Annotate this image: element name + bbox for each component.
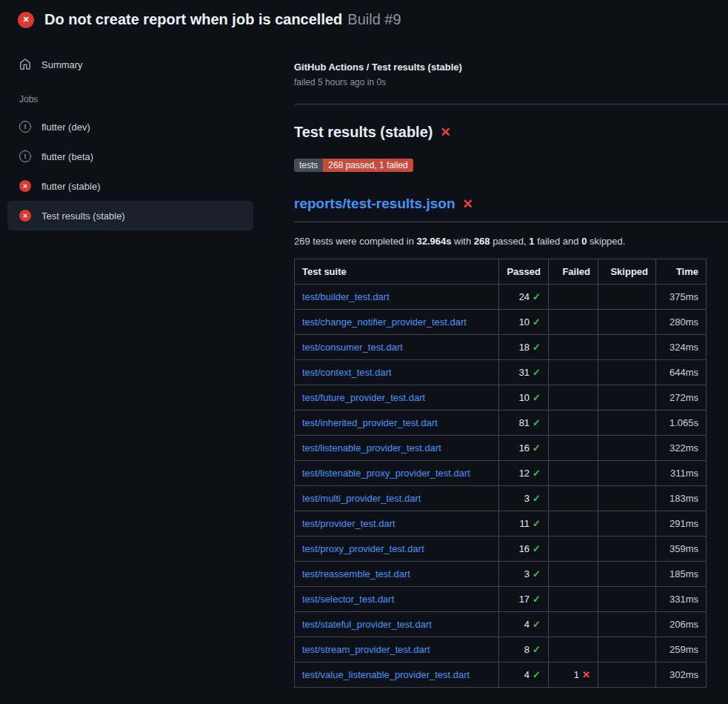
page-header: ✕ Do not create report when job is cance…	[0, 0, 728, 39]
sidebar-item-flutter-stable[interactable]: ✕flutter (stable)	[7, 171, 253, 201]
run-status-line: failed 5 hours ago in 0s	[294, 77, 728, 87]
test-suite-link[interactable]: test/selector_test.dart	[302, 594, 394, 605]
failed-x-icon: ✕	[463, 196, 473, 212]
check-icon: ✓	[532, 316, 541, 328]
passed-cell: 10✓	[499, 385, 549, 411]
table-row: test/listenable_provider_test.dart16✓322…	[295, 436, 707, 461]
table-row: test/context_test.dart31✓644ms	[295, 360, 707, 385]
failed-cell	[549, 511, 598, 537]
time-cell: 185ms	[656, 562, 707, 587]
test-suite-cell: test/builder_test.dart	[295, 285, 499, 310]
test-suite-link[interactable]: test/inherited_provider_test.dart	[302, 417, 438, 428]
passed-cell: 81✓	[499, 411, 549, 436]
jobs-section-label: Jobs	[7, 79, 253, 112]
sidebar-item-flutter-dev[interactable]: !flutter (dev)	[7, 112, 253, 142]
skipped-cell	[598, 411, 656, 436]
test-suite-link[interactable]: test/consumer_test.dart	[302, 342, 403, 353]
home-icon	[19, 59, 31, 70]
check-icon: ✓	[532, 568, 541, 580]
test-suite-link[interactable]: test/listenable_provider_test.dart	[302, 442, 441, 454]
check-icon: ✓	[532, 518, 541, 529]
table-row: test/selector_test.dart17✓331ms	[295, 587, 707, 612]
sidebar-item-summary[interactable]: Summary	[7, 50, 253, 79]
time-cell: 280ms	[656, 310, 707, 335]
failed-cell	[549, 285, 598, 310]
failed-cell	[549, 310, 598, 335]
check-run-title: Test results (stable)	[294, 124, 433, 141]
test-suite-cell: test/reassemble_test.dart	[295, 562, 499, 587]
check-icon: ✓	[532, 342, 541, 353]
check-icon: ✓	[532, 367, 541, 378]
test-suite-link[interactable]: test/future_provider_test.dart	[302, 392, 425, 403]
main-content: GitHub Actions / Test results (stable) f…	[261, 39, 728, 688]
skipped-cell	[598, 612, 656, 637]
time-cell: 302ms	[656, 663, 707, 688]
check-icon: ✓	[532, 669, 541, 680]
test-suite-link[interactable]: test/context_test.dart	[302, 367, 392, 378]
build-number: Build #9	[347, 11, 401, 27]
summary-text: failed and	[535, 236, 582, 247]
test-suite-cell: test/stateful_provider_test.dart	[295, 612, 499, 637]
cross-icon: ✕	[582, 669, 590, 680]
summary-passed-count: 268	[474, 236, 490, 247]
time-cell: 272ms	[656, 385, 707, 411]
check-icon: ✓	[532, 644, 541, 655]
time-cell: 359ms	[656, 537, 707, 562]
test-suite-link[interactable]: test/builder_test.dart	[302, 291, 390, 302]
skipped-cell	[598, 562, 656, 587]
report-file-link[interactable]: reports/test-results.json	[294, 196, 455, 212]
failed-cell	[549, 411, 598, 436]
test-suite-link[interactable]: test/change_notifier_provider_test.dart	[302, 316, 467, 328]
sidebar-item-test-results-stable[interactable]: ✕Test results (stable)	[7, 201, 253, 230]
test-suite-link[interactable]: test/proxy_provider_test.dart	[302, 543, 424, 554]
alert-circle-icon: !	[19, 150, 31, 162]
test-suite-cell: test/context_test.dart	[295, 360, 499, 385]
skipped-cell	[598, 310, 656, 335]
passed-cell: 10✓	[499, 310, 549, 335]
test-suite-link[interactable]: test/reassemble_test.dart	[302, 568, 410, 580]
skipped-cell	[598, 537, 656, 562]
check-icon: ✓	[532, 619, 541, 630]
skipped-cell	[598, 663, 656, 688]
time-cell: 375ms	[656, 285, 707, 310]
passed-cell: 31✓	[499, 360, 549, 385]
test-suite-cell: test/selector_test.dart	[295, 587, 499, 612]
skipped-cell	[598, 360, 656, 385]
check-icon: ✓	[532, 468, 541, 479]
time-cell: 206ms	[656, 612, 707, 637]
failed-cell	[549, 461, 598, 486]
passed-cell: 3✓	[499, 486, 549, 511]
failed-cell	[549, 562, 598, 587]
time-cell: 324ms	[656, 335, 707, 360]
table-row: test/multi_provider_test.dart3✓183ms	[295, 486, 707, 511]
test-suite-link[interactable]: test/stream_provider_test.dart	[302, 644, 430, 655]
passed-cell: 4✓	[499, 612, 549, 637]
table-row: test/builder_test.dart24✓375ms	[295, 285, 707, 310]
passed-cell: 24✓	[499, 285, 549, 310]
table-header-row: Test suite Passed Failed Skipped Time	[295, 259, 707, 285]
skipped-cell	[598, 335, 656, 360]
test-suite-link[interactable]: test/value_listenable_provider_test.dart	[302, 669, 470, 680]
table-row: test/inherited_provider_test.dart81✓1.06…	[295, 411, 707, 436]
time-cell: 322ms	[656, 436, 707, 461]
test-suite-link[interactable]: test/listenable_proxy_provider_test.dart	[302, 468, 470, 479]
failed-cell	[549, 436, 598, 461]
table-row: test/proxy_provider_test.dart16✓359ms	[295, 537, 707, 562]
skipped-cell	[598, 637, 656, 663]
passed-cell: 16✓	[499, 436, 549, 461]
passed-cell: 17✓	[499, 587, 549, 612]
sidebar-item-label: flutter (beta)	[41, 151, 93, 162]
test-suite-link[interactable]: test/multi_provider_test.dart	[302, 493, 421, 504]
divider	[294, 104, 728, 104]
column-header-skipped: Skipped	[598, 259, 656, 285]
sidebar-item-flutter-beta[interactable]: !flutter (beta)	[7, 142, 253, 171]
test-suite-link[interactable]: test/stateful_provider_test.dart	[302, 619, 432, 630]
summary-text: 269 tests were completed in	[294, 236, 416, 247]
workflow-run-title: Do not create report when job is cancell…	[44, 11, 342, 27]
summary-text: skipped.	[587, 236, 625, 247]
sidebar-item-label: flutter (stable)	[41, 181, 100, 192]
test-suite-link[interactable]: test/provider_test.dart	[302, 518, 395, 529]
time-cell: 644ms	[656, 360, 707, 385]
passed-cell: 3✓	[499, 562, 549, 587]
test-suite-cell: test/proxy_provider_test.dart	[295, 537, 499, 562]
